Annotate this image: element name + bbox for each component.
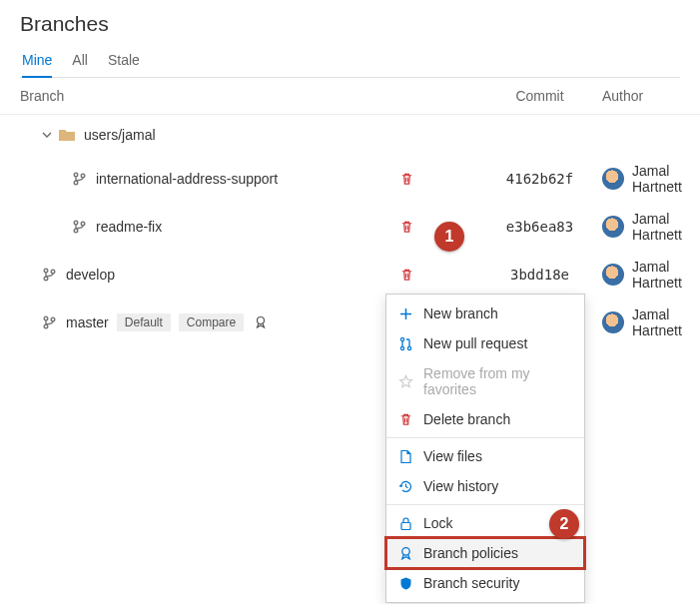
page-title: Branches [20, 12, 680, 36]
svg-point-7 [400, 337, 403, 340]
table-row[interactable]: readme-fix e3b6ea83 Jamal Hartnett [0, 203, 700, 251]
callout-2: 2 [549, 509, 579, 539]
col-author[interactable]: Author [592, 88, 680, 104]
menu-divider [386, 437, 584, 438]
menu-delete-branch[interactable]: Delete branch [386, 404, 584, 434]
default-badge: Default [117, 313, 171, 331]
branch-context-menu: New branch New pull request Remove from … [385, 294, 585, 603]
avatar [602, 216, 624, 238]
menu-label: View files [423, 448, 482, 464]
svg-point-9 [407, 346, 410, 349]
avatar [602, 311, 624, 333]
trash-icon [398, 412, 413, 427]
branch-icon [42, 268, 56, 282]
file-icon [398, 449, 413, 464]
menu-branch-security[interactable]: Branch security [386, 568, 584, 598]
folder-icon [58, 128, 76, 142]
menu-label: Lock [423, 515, 453, 531]
policy-icon [254, 315, 268, 329]
branch-name: master [66, 314, 109, 330]
col-commit[interactable]: Commit [487, 88, 592, 104]
chevron-down-icon [42, 130, 52, 140]
svg-rect-10 [401, 522, 410, 529]
menu-new-branch[interactable]: New branch [386, 299, 584, 328]
menu-label: Delete branch [423, 411, 510, 427]
branch-name: readme-fix [96, 219, 162, 235]
table-row[interactable]: master Default Compare 4162b62f Jamal Ha… [0, 299, 700, 346]
tab-mine[interactable]: Mine [22, 46, 52, 78]
table-row[interactable]: international-address-support 4162b62f J… [0, 155, 700, 203]
lock-icon [398, 516, 413, 531]
menu-label: View history [423, 478, 498, 494]
delete-icon[interactable] [399, 172, 414, 187]
avatar [602, 168, 624, 190]
menu-divider [386, 504, 584, 505]
menu-label: Remove from my favorites [423, 365, 572, 397]
menu-branch-policies[interactable]: Branch policies [386, 538, 584, 568]
tab-stale[interactable]: Stale [108, 46, 140, 78]
menu-label: New pull request [423, 335, 527, 351]
delete-icon[interactable] [399, 268, 414, 283]
commit-hash[interactable]: 3bdd18e [487, 267, 592, 283]
pull-request-icon [398, 336, 413, 351]
folder-name: users/jamal [84, 127, 156, 143]
author-name: Jamal Hartnett [632, 163, 682, 195]
menu-view-files[interactable]: View files [386, 441, 584, 471]
col-branch[interactable]: Branch [20, 88, 399, 104]
menu-label: Branch policies [423, 545, 518, 561]
author-name: Jamal Hartnett [632, 259, 682, 291]
table-header: Branch Commit Author [0, 78, 700, 115]
branch-icon [72, 172, 86, 186]
plus-icon [398, 306, 413, 321]
callout-1: 1 [434, 222, 464, 252]
commit-hash[interactable]: e3b6ea83 [487, 219, 592, 235]
svg-point-8 [400, 346, 403, 349]
shield-icon [398, 576, 413, 591]
branch-icon [42, 315, 56, 329]
menu-remove-favorite: Remove from my favorites [386, 358, 584, 404]
folder-row[interactable]: users/jamal [0, 115, 700, 155]
history-icon [398, 479, 413, 494]
branch-name: develop [66, 267, 115, 283]
tabs: Mine All Stale [20, 46, 680, 78]
menu-view-history[interactable]: View history [386, 471, 584, 501]
table-row[interactable]: develop 3bdd18e Jamal Hartnett [0, 251, 700, 299]
avatar [602, 264, 624, 286]
delete-icon[interactable] [399, 220, 414, 235]
policy-icon [398, 546, 413, 561]
menu-label: New branch [423, 305, 498, 321]
compare-badge: Compare [179, 313, 244, 331]
author-name: Jamal Hartnett [632, 211, 682, 243]
author-name: Jamal Hartnett [632, 306, 682, 338]
star-outline-icon [398, 374, 413, 389]
branch-icon [72, 220, 86, 234]
menu-label: Branch security [423, 575, 519, 591]
menu-new-pull-request[interactable]: New pull request [386, 328, 584, 358]
commit-hash[interactable]: 4162b62f [487, 171, 592, 187]
tab-all[interactable]: All [72, 46, 88, 78]
branch-name: international-address-support [96, 171, 278, 187]
